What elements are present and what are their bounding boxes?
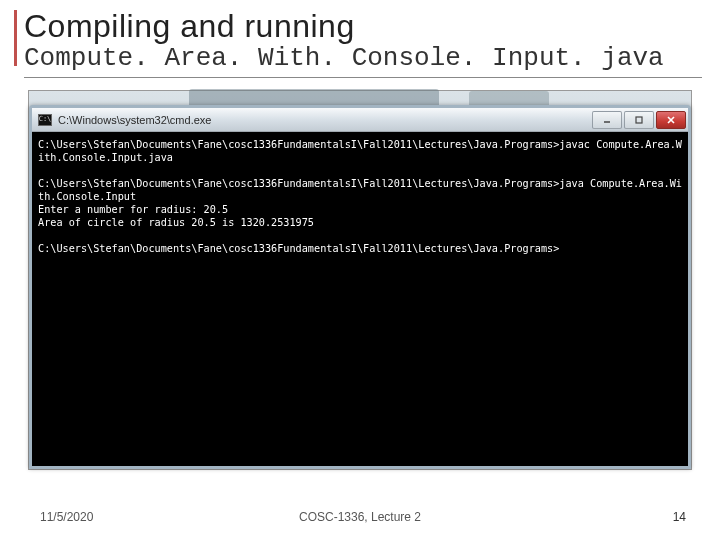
window-buttons xyxy=(590,111,686,129)
slide: Compiling and running Compute. Area. Wit… xyxy=(0,0,720,540)
desktop-background: C:\ C:\Windows\system32\cmd.exe C:\U xyxy=(28,90,692,470)
cmd-icon: C:\ xyxy=(38,114,52,126)
footer-date: 11/5/2020 xyxy=(40,510,93,524)
slide-subtitle: Compute. Area. With. Console. Input. jav… xyxy=(24,43,702,78)
terminal-output: C:\Users\Stefan\Documents\Fane\cosc1336F… xyxy=(38,138,682,255)
cmd-window: C:\ C:\Windows\system32\cmd.exe C:\U xyxy=(29,105,691,469)
svg-rect-1 xyxy=(636,117,642,123)
minimize-icon xyxy=(602,115,612,125)
minimize-button[interactable] xyxy=(592,111,622,129)
maximize-button[interactable] xyxy=(624,111,654,129)
maximize-icon xyxy=(634,115,644,125)
close-icon xyxy=(666,115,676,125)
accent-bar xyxy=(14,10,17,66)
cmd-icon-label: C:\ xyxy=(39,116,52,123)
window-title-text: C:\Windows\system32\cmd.exe xyxy=(58,114,211,126)
close-button[interactable] xyxy=(656,111,686,129)
slide-footer: 11/5/2020 COSC-1336, Lecture 2 14 xyxy=(0,510,720,524)
footer-page-number: 14 xyxy=(673,510,686,524)
titlebar-left: C:\ C:\Windows\system32\cmd.exe xyxy=(38,114,211,126)
terminal-body[interactable]: C:\Users\Stefan\Documents\Fane\cosc1336F… xyxy=(32,132,688,466)
window-titlebar[interactable]: C:\ C:\Windows\system32\cmd.exe xyxy=(32,108,688,132)
slide-title: Compiling and running xyxy=(24,8,702,45)
footer-center: COSC-1336, Lecture 2 xyxy=(299,510,421,524)
